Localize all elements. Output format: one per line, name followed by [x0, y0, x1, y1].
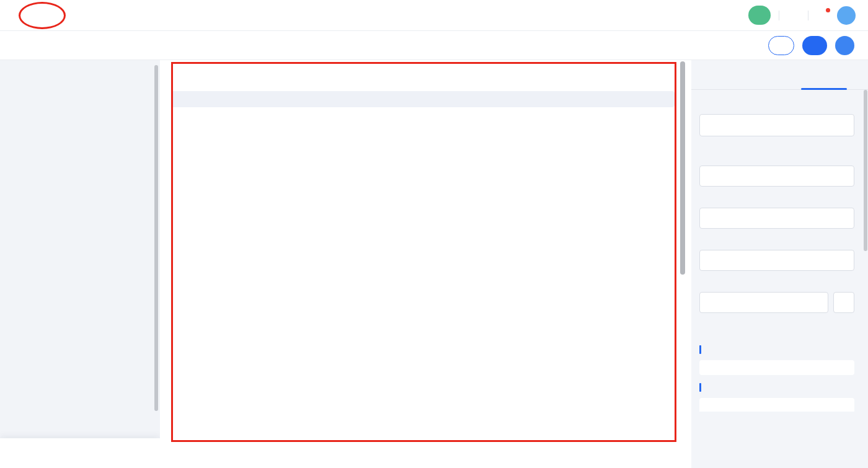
- layout-select[interactable]: [699, 292, 828, 313]
- divider: [779, 11, 779, 20]
- confirm-settings-button[interactable]: [699, 250, 854, 271]
- recycle-icon: [73, 448, 82, 458]
- field-recycle-bin[interactable]: [0, 438, 160, 468]
- preview-button[interactable]: [768, 36, 794, 55]
- props-body: [691, 100, 868, 412]
- avatar[interactable]: [837, 6, 856, 25]
- layout-row: [699, 292, 854, 313]
- add-validation-button[interactable]: [699, 166, 854, 187]
- app: [0, 0, 868, 468]
- extension-label: [699, 328, 854, 337]
- help-icon[interactable]: [704, 100, 713, 109]
- alias-label: [699, 100, 854, 109]
- edit-data-header: [699, 383, 854, 392]
- layout-gear-button[interactable]: [833, 292, 854, 313]
- toolbar-right: [768, 36, 854, 55]
- form-toolbar: [0, 31, 868, 60]
- back-icon[interactable]: [12, 10, 23, 20]
- submit-data-header: [699, 345, 854, 354]
- content: [0, 60, 868, 468]
- canvas-scrollbar[interactable]: [680, 61, 685, 275]
- annotation-rectangle: [171, 62, 676, 442]
- field-sidebar: [0, 60, 160, 468]
- validate-label: [699, 151, 854, 161]
- notification-bell-icon[interactable]: [817, 9, 829, 22]
- header-right: [748, 6, 856, 25]
- contact-book-icon[interactable]: [787, 9, 800, 22]
- alias-input[interactable]: [699, 114, 854, 136]
- edit-data-box: [699, 398, 854, 412]
- properties-panel: [691, 60, 868, 468]
- divider: [808, 11, 808, 20]
- detail-section: [171, 91, 675, 107]
- visibility-rules-button[interactable]: [699, 208, 854, 229]
- warning-icon: [704, 151, 713, 161]
- header-left: [12, 10, 29, 20]
- flow-form-notice: [699, 360, 854, 375]
- sidebar-scrollbar[interactable]: [154, 65, 158, 411]
- share-button[interactable]: [835, 36, 854, 55]
- chevron-down-icon: [813, 298, 822, 307]
- notification-dot: [826, 8, 830, 12]
- gear-icon: [839, 298, 849, 307]
- form-canvas: [160, 60, 691, 468]
- window-scrollbar[interactable]: [864, 90, 867, 251]
- props-tabs: [691, 60, 868, 90]
- tab-field-props[interactable]: [691, 60, 780, 89]
- tab-form-props[interactable]: [780, 60, 868, 89]
- top-header: [0, 0, 868, 31]
- save-button[interactable]: [802, 36, 827, 55]
- share-arrow-icon: [839, 40, 850, 51]
- data-manage-button[interactable]: [748, 6, 771, 25]
- help-icon[interactable]: [704, 328, 713, 337]
